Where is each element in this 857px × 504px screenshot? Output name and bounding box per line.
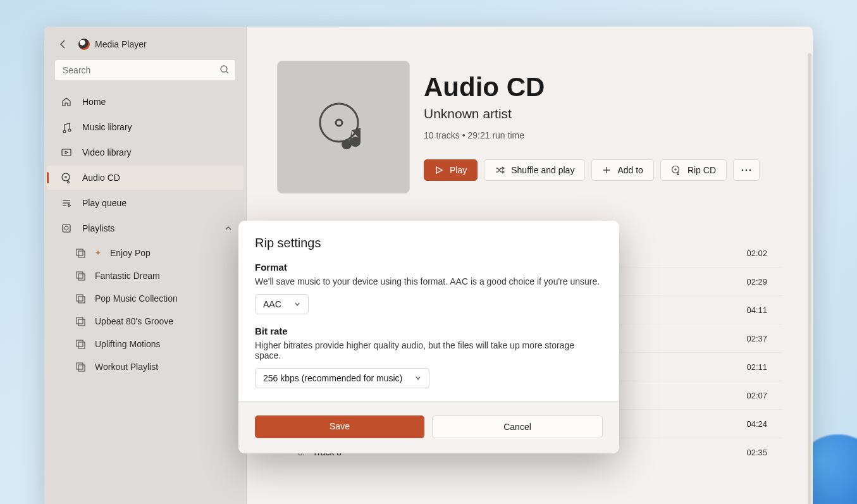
svg-rect-18 bbox=[77, 295, 83, 301]
playlist-item[interactable]: Uplifting Motions bbox=[44, 333, 246, 355]
play-icon bbox=[435, 166, 443, 175]
svg-rect-24 bbox=[77, 363, 83, 369]
button-label: Add to bbox=[617, 165, 643, 175]
plus-icon bbox=[602, 166, 611, 175]
nav-label: Audio CD bbox=[82, 173, 120, 183]
svg-rect-16 bbox=[77, 272, 83, 278]
track-duration: 02:02 bbox=[746, 249, 767, 258]
search-icon[interactable] bbox=[219, 65, 230, 75]
format-description: We'll save music to your device using th… bbox=[255, 276, 603, 286]
playlists-icon bbox=[61, 223, 72, 234]
back-button[interactable] bbox=[56, 37, 71, 52]
format-heading: Format bbox=[255, 262, 603, 273]
nav-play-queue[interactable]: Play queue bbox=[47, 191, 244, 215]
playlist-queue-icon bbox=[75, 293, 86, 304]
album-artist: Unknown artist bbox=[424, 106, 760, 121]
save-button[interactable]: Save bbox=[255, 415, 424, 438]
svg-point-34 bbox=[749, 169, 751, 171]
dialog-title: Rip settings bbox=[255, 236, 603, 250]
dropdown-value: AAC bbox=[263, 299, 281, 309]
nav-music-library[interactable]: Music library bbox=[47, 115, 244, 139]
track-duration: 04:24 bbox=[746, 419, 767, 429]
playlist-item[interactable]: Upbeat 80's Groove bbox=[44, 310, 246, 333]
ellipsis-icon bbox=[741, 169, 751, 171]
search-input[interactable] bbox=[54, 59, 236, 81]
album-art-placeholder bbox=[277, 61, 410, 194]
nav-label: Play queue bbox=[82, 198, 126, 208]
svg-point-4 bbox=[221, 66, 227, 72]
track-duration: 02:07 bbox=[746, 391, 767, 400]
album-meta: 10 tracks • 29:21 run time bbox=[424, 130, 760, 140]
nav-label: Playlists bbox=[82, 223, 114, 233]
playlist-item[interactable]: ✦Enjoy Pop bbox=[44, 242, 246, 264]
svg-rect-14 bbox=[77, 249, 83, 255]
nav-list: Home Music library Video library Audio C… bbox=[44, 87, 246, 379]
svg-line-5 bbox=[226, 71, 228, 73]
nav-home[interactable]: Home bbox=[47, 90, 244, 114]
button-label: Rip CD bbox=[687, 165, 716, 175]
cancel-button[interactable]: Cancel bbox=[432, 415, 603, 438]
add-to-button[interactable]: Add to bbox=[591, 159, 653, 181]
nav-audio-cd[interactable]: Audio CD bbox=[47, 166, 244, 190]
shuffle-play-button[interactable]: Shuffle and play bbox=[484, 159, 585, 181]
more-button[interactable] bbox=[733, 159, 760, 181]
playlist-item[interactable]: Fantastic Dream bbox=[44, 264, 246, 287]
video-icon bbox=[61, 147, 72, 158]
rip-cd-button[interactable]: Rip CD bbox=[660, 159, 727, 181]
svg-rect-12 bbox=[63, 224, 70, 232]
format-dropdown[interactable]: AAC bbox=[255, 294, 309, 314]
svg-point-31 bbox=[675, 169, 676, 170]
playlist-queue-icon bbox=[75, 338, 86, 350]
vertical-scrollbar[interactable] bbox=[808, 53, 811, 504]
playlist-name: Pop Music Collection bbox=[95, 293, 178, 304]
playlist-name: Uplifting Motions bbox=[95, 339, 161, 349]
track-duration: 02:29 bbox=[746, 277, 767, 286]
button-label: Cancel bbox=[503, 422, 531, 432]
chevron-down-icon bbox=[415, 375, 421, 381]
button-label: Shuffle and play bbox=[511, 165, 574, 175]
nav-playlists[interactable]: Playlists bbox=[47, 216, 244, 240]
svg-point-33 bbox=[746, 169, 748, 171]
svg-point-26 bbox=[320, 104, 358, 142]
nav-video-library[interactable]: Video library bbox=[47, 140, 244, 164]
svg-point-8 bbox=[65, 176, 67, 178]
album-title: Audio CD bbox=[424, 72, 760, 102]
app-logo-icon bbox=[78, 39, 90, 50]
svg-rect-20 bbox=[77, 317, 83, 324]
track-duration: 04:11 bbox=[746, 305, 767, 315]
svg-rect-6 bbox=[62, 149, 71, 156]
home-icon bbox=[61, 96, 72, 108]
play-button[interactable]: Play bbox=[424, 159, 478, 181]
app-title: Media Player bbox=[78, 39, 147, 50]
nav-label: Home bbox=[82, 97, 106, 107]
sidebar: Media Player Home Music library Video li… bbox=[44, 27, 247, 504]
nav-label: Music library bbox=[82, 122, 132, 132]
svg-rect-25 bbox=[78, 365, 85, 371]
playlist-item[interactable]: Workout Playlist bbox=[44, 355, 246, 378]
svg-point-13 bbox=[65, 226, 68, 230]
playlist-name: Fantastic Dream bbox=[95, 271, 160, 281]
svg-point-32 bbox=[742, 169, 744, 171]
nav-label: Video library bbox=[82, 147, 132, 157]
playlist-queue-icon bbox=[75, 361, 86, 372]
playlist-queue-icon bbox=[75, 247, 86, 259]
svg-rect-17 bbox=[78, 274, 85, 280]
rip-settings-dialog: Rip settings Format We'll save music to … bbox=[238, 221, 619, 453]
playlist-item[interactable]: Pop Music Collection bbox=[44, 287, 246, 310]
playlist-queue-icon bbox=[75, 270, 86, 281]
shuffle-icon bbox=[495, 166, 505, 175]
playlist-name: Upbeat 80's Groove bbox=[95, 316, 173, 326]
track-duration: 02:35 bbox=[746, 448, 767, 457]
queue-icon bbox=[61, 197, 72, 209]
playlist-name: Enjoy Pop bbox=[110, 248, 151, 258]
bitrate-dropdown[interactable]: 256 kbps (recommended for music) bbox=[255, 368, 429, 388]
button-label: Play bbox=[450, 165, 467, 175]
bitrate-heading: Bit rate bbox=[255, 326, 603, 336]
svg-rect-22 bbox=[77, 340, 83, 347]
svg-rect-23 bbox=[78, 342, 85, 348]
svg-rect-19 bbox=[78, 297, 85, 303]
playlist-queue-icon bbox=[75, 316, 86, 327]
playlist-name: Workout Playlist bbox=[95, 362, 158, 372]
app-title-text: Media Player bbox=[95, 39, 147, 49]
album-hero: Audio CD Unknown artist 10 tracks • 29:2… bbox=[277, 61, 782, 194]
